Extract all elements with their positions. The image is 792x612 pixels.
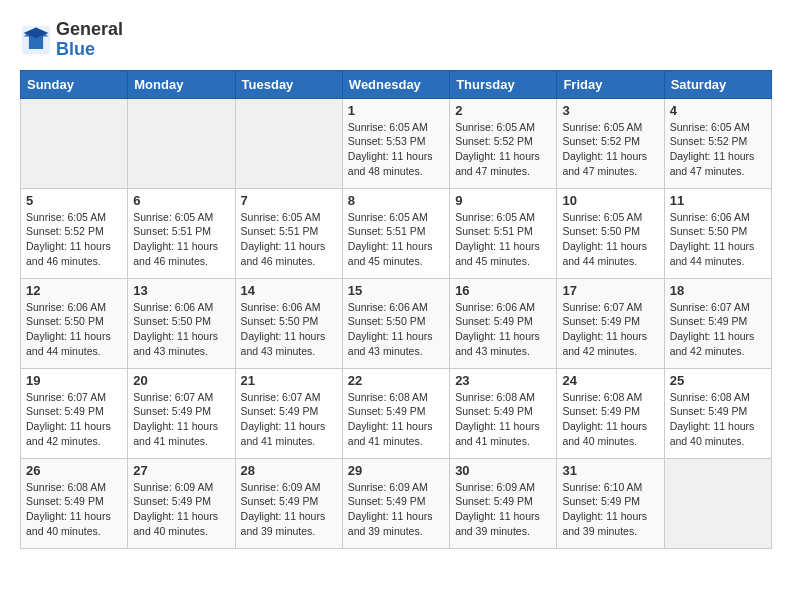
day-number: 2 xyxy=(455,103,551,118)
calendar-cell: 17Sunrise: 6:07 AM Sunset: 5:49 PM Dayli… xyxy=(557,278,664,368)
calendar-cell xyxy=(664,458,771,548)
week-row-3: 12Sunrise: 6:06 AM Sunset: 5:50 PM Dayli… xyxy=(21,278,772,368)
day-number: 6 xyxy=(133,193,229,208)
day-number: 15 xyxy=(348,283,444,298)
day-number: 31 xyxy=(562,463,658,478)
day-number: 10 xyxy=(562,193,658,208)
calendar-header: SundayMondayTuesdayWednesdayThursdayFrid… xyxy=(21,70,772,98)
logo: General Blue xyxy=(20,20,123,60)
day-number: 23 xyxy=(455,373,551,388)
day-number: 28 xyxy=(241,463,337,478)
calendar-cell: 11Sunrise: 6:06 AM Sunset: 5:50 PM Dayli… xyxy=(664,188,771,278)
day-info: Sunrise: 6:08 AM Sunset: 5:49 PM Dayligh… xyxy=(670,390,766,449)
day-info: Sunrise: 6:06 AM Sunset: 5:50 PM Dayligh… xyxy=(348,300,444,359)
day-number: 26 xyxy=(26,463,122,478)
logo-text: General Blue xyxy=(56,20,123,60)
calendar-cell: 31Sunrise: 6:10 AM Sunset: 5:49 PM Dayli… xyxy=(557,458,664,548)
day-info: Sunrise: 6:07 AM Sunset: 5:49 PM Dayligh… xyxy=(241,390,337,449)
day-number: 25 xyxy=(670,373,766,388)
calendar-cell xyxy=(235,98,342,188)
calendar-cell: 19Sunrise: 6:07 AM Sunset: 5:49 PM Dayli… xyxy=(21,368,128,458)
logo-blue: Blue xyxy=(56,40,123,60)
day-number: 11 xyxy=(670,193,766,208)
day-info: Sunrise: 6:07 AM Sunset: 5:49 PM Dayligh… xyxy=(670,300,766,359)
day-number: 13 xyxy=(133,283,229,298)
day-info: Sunrise: 6:05 AM Sunset: 5:50 PM Dayligh… xyxy=(562,210,658,269)
day-number: 1 xyxy=(348,103,444,118)
day-number: 12 xyxy=(26,283,122,298)
calendar-cell: 18Sunrise: 6:07 AM Sunset: 5:49 PM Dayli… xyxy=(664,278,771,368)
day-info: Sunrise: 6:06 AM Sunset: 5:50 PM Dayligh… xyxy=(26,300,122,359)
day-number: 7 xyxy=(241,193,337,208)
day-info: Sunrise: 6:08 AM Sunset: 5:49 PM Dayligh… xyxy=(348,390,444,449)
day-info: Sunrise: 6:05 AM Sunset: 5:52 PM Dayligh… xyxy=(562,120,658,179)
calendar-cell: 24Sunrise: 6:08 AM Sunset: 5:49 PM Dayli… xyxy=(557,368,664,458)
calendar-cell xyxy=(128,98,235,188)
day-number: 5 xyxy=(26,193,122,208)
day-number: 29 xyxy=(348,463,444,478)
calendar-cell: 12Sunrise: 6:06 AM Sunset: 5:50 PM Dayli… xyxy=(21,278,128,368)
day-number: 24 xyxy=(562,373,658,388)
logo-icon xyxy=(20,24,52,56)
calendar-cell: 1Sunrise: 6:05 AM Sunset: 5:53 PM Daylig… xyxy=(342,98,449,188)
day-info: Sunrise: 6:05 AM Sunset: 5:51 PM Dayligh… xyxy=(241,210,337,269)
calendar-cell: 21Sunrise: 6:07 AM Sunset: 5:49 PM Dayli… xyxy=(235,368,342,458)
day-info: Sunrise: 6:09 AM Sunset: 5:49 PM Dayligh… xyxy=(348,480,444,539)
calendar-cell: 29Sunrise: 6:09 AM Sunset: 5:49 PM Dayli… xyxy=(342,458,449,548)
day-number: 18 xyxy=(670,283,766,298)
calendar-cell: 2Sunrise: 6:05 AM Sunset: 5:52 PM Daylig… xyxy=(450,98,557,188)
day-number: 17 xyxy=(562,283,658,298)
calendar-cell: 7Sunrise: 6:05 AM Sunset: 5:51 PM Daylig… xyxy=(235,188,342,278)
day-info: Sunrise: 6:09 AM Sunset: 5:49 PM Dayligh… xyxy=(241,480,337,539)
day-header-tuesday: Tuesday xyxy=(235,70,342,98)
logo-general: General xyxy=(56,20,123,40)
day-info: Sunrise: 6:08 AM Sunset: 5:49 PM Dayligh… xyxy=(455,390,551,449)
day-number: 8 xyxy=(348,193,444,208)
day-number: 14 xyxy=(241,283,337,298)
day-info: Sunrise: 6:08 AM Sunset: 5:49 PM Dayligh… xyxy=(562,390,658,449)
day-info: Sunrise: 6:05 AM Sunset: 5:51 PM Dayligh… xyxy=(133,210,229,269)
calendar-table: SundayMondayTuesdayWednesdayThursdayFrid… xyxy=(20,70,772,549)
day-info: Sunrise: 6:05 AM Sunset: 5:52 PM Dayligh… xyxy=(455,120,551,179)
day-number: 4 xyxy=(670,103,766,118)
page-header: General Blue xyxy=(20,20,772,60)
day-number: 30 xyxy=(455,463,551,478)
day-number: 3 xyxy=(562,103,658,118)
calendar-cell: 25Sunrise: 6:08 AM Sunset: 5:49 PM Dayli… xyxy=(664,368,771,458)
day-number: 27 xyxy=(133,463,229,478)
calendar-cell: 23Sunrise: 6:08 AM Sunset: 5:49 PM Dayli… xyxy=(450,368,557,458)
day-header-monday: Monday xyxy=(128,70,235,98)
calendar-cell: 16Sunrise: 6:06 AM Sunset: 5:49 PM Dayli… xyxy=(450,278,557,368)
calendar-cell: 28Sunrise: 6:09 AM Sunset: 5:49 PM Dayli… xyxy=(235,458,342,548)
day-info: Sunrise: 6:06 AM Sunset: 5:50 PM Dayligh… xyxy=(670,210,766,269)
day-header-wednesday: Wednesday xyxy=(342,70,449,98)
week-row-4: 19Sunrise: 6:07 AM Sunset: 5:49 PM Dayli… xyxy=(21,368,772,458)
day-number: 20 xyxy=(133,373,229,388)
calendar-cell: 5Sunrise: 6:05 AM Sunset: 5:52 PM Daylig… xyxy=(21,188,128,278)
day-info: Sunrise: 6:07 AM Sunset: 5:49 PM Dayligh… xyxy=(26,390,122,449)
day-info: Sunrise: 6:09 AM Sunset: 5:49 PM Dayligh… xyxy=(133,480,229,539)
calendar-cell: 10Sunrise: 6:05 AM Sunset: 5:50 PM Dayli… xyxy=(557,188,664,278)
calendar-cell: 15Sunrise: 6:06 AM Sunset: 5:50 PM Dayli… xyxy=(342,278,449,368)
calendar-cell: 20Sunrise: 6:07 AM Sunset: 5:49 PM Dayli… xyxy=(128,368,235,458)
day-info: Sunrise: 6:06 AM Sunset: 5:49 PM Dayligh… xyxy=(455,300,551,359)
day-info: Sunrise: 6:10 AM Sunset: 5:49 PM Dayligh… xyxy=(562,480,658,539)
day-info: Sunrise: 6:06 AM Sunset: 5:50 PM Dayligh… xyxy=(133,300,229,359)
day-info: Sunrise: 6:06 AM Sunset: 5:50 PM Dayligh… xyxy=(241,300,337,359)
day-info: Sunrise: 6:07 AM Sunset: 5:49 PM Dayligh… xyxy=(133,390,229,449)
day-info: Sunrise: 6:05 AM Sunset: 5:53 PM Dayligh… xyxy=(348,120,444,179)
day-info: Sunrise: 6:05 AM Sunset: 5:52 PM Dayligh… xyxy=(26,210,122,269)
day-info: Sunrise: 6:08 AM Sunset: 5:49 PM Dayligh… xyxy=(26,480,122,539)
day-number: 16 xyxy=(455,283,551,298)
calendar-cell: 27Sunrise: 6:09 AM Sunset: 5:49 PM Dayli… xyxy=(128,458,235,548)
day-header-friday: Friday xyxy=(557,70,664,98)
calendar-cell: 13Sunrise: 6:06 AM Sunset: 5:50 PM Dayli… xyxy=(128,278,235,368)
calendar-cell: 26Sunrise: 6:08 AM Sunset: 5:49 PM Dayli… xyxy=(21,458,128,548)
day-header-thursday: Thursday xyxy=(450,70,557,98)
day-number: 9 xyxy=(455,193,551,208)
week-row-2: 5Sunrise: 6:05 AM Sunset: 5:52 PM Daylig… xyxy=(21,188,772,278)
week-row-1: 1Sunrise: 6:05 AM Sunset: 5:53 PM Daylig… xyxy=(21,98,772,188)
day-info: Sunrise: 6:07 AM Sunset: 5:49 PM Dayligh… xyxy=(562,300,658,359)
day-header-sunday: Sunday xyxy=(21,70,128,98)
day-info: Sunrise: 6:05 AM Sunset: 5:51 PM Dayligh… xyxy=(455,210,551,269)
